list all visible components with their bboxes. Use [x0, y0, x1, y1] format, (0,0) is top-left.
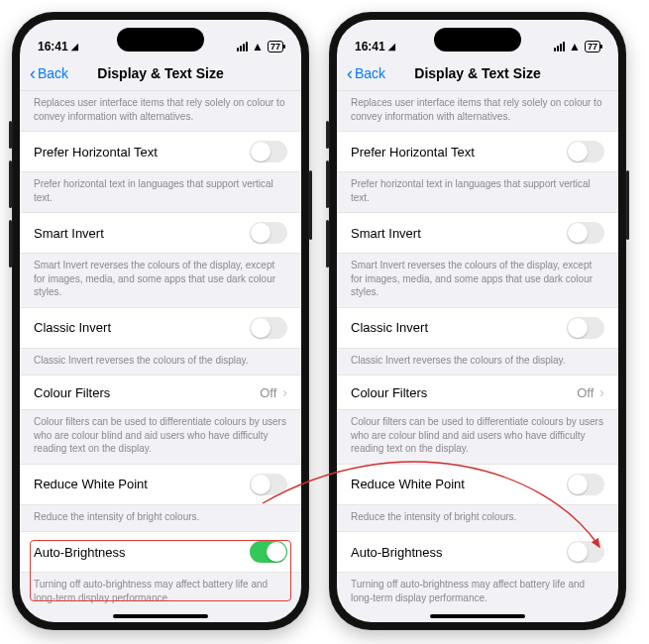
- row-label: Prefer Horizontal Text: [351, 145, 475, 160]
- row-classic-invert[interactable]: Classic Invert: [337, 307, 618, 349]
- page-title: Display & Text Size: [337, 65, 618, 81]
- row-colour-filters[interactable]: Colour Filters Off›: [20, 375, 301, 410]
- smart-desc: Smart Invert reverses the colours of the…: [20, 254, 301, 307]
- row-label: Auto-Brightness: [351, 545, 443, 560]
- settings-list[interactable]: Replaces user interface items that rely …: [20, 91, 301, 622]
- toggle-classic-invert[interactable]: [567, 317, 604, 339]
- toggle-smart-invert[interactable]: [567, 222, 604, 244]
- row-label: Colour Filters: [351, 385, 427, 400]
- row-prefer-horizontal[interactable]: Prefer Horizontal Text: [337, 131, 618, 172]
- wifi-icon: ▲: [252, 40, 264, 54]
- nav-bar: ‹Back Display & Text Size: [337, 55, 618, 91]
- filters-value: Off: [577, 385, 594, 400]
- classic-desc: Classic Invert reverses the colours of t…: [20, 349, 301, 376]
- filters-value: Off: [260, 385, 276, 400]
- toggle-auto-brightness[interactable]: [250, 541, 287, 563]
- toggle-prefer-horizontal[interactable]: [567, 141, 604, 162]
- toggle-smart-invert[interactable]: [250, 222, 287, 244]
- row-label: Smart Invert: [351, 226, 421, 241]
- vol-up: [9, 161, 12, 208]
- status-time: 16:41◢: [355, 40, 395, 54]
- classic-desc: Classic Invert reverses the colours of t…: [337, 349, 618, 376]
- row-smart-invert[interactable]: Smart Invert: [20, 212, 301, 254]
- diff-desc: Replaces user interface items that rely …: [337, 91, 618, 131]
- page-title: Display & Text Size: [20, 65, 301, 81]
- chevron-right-icon: ›: [599, 384, 604, 400]
- toggle-reduce-white-point[interactable]: [250, 474, 287, 495]
- row-smart-invert[interactable]: Smart Invert: [337, 212, 618, 254]
- home-indicator[interactable]: [430, 614, 525, 618]
- toggle-prefer-horizontal[interactable]: [250, 141, 287, 162]
- row-label: Colour Filters: [34, 385, 110, 400]
- vol-switch: [9, 121, 12, 149]
- row-reduce-white-point[interactable]: Reduce White Point: [337, 464, 618, 505]
- vol-down: [326, 220, 329, 268]
- row-auto-brightness[interactable]: Auto-Brightness: [337, 531, 618, 573]
- location-icon: ◢: [388, 42, 395, 52]
- power-btn: [626, 170, 629, 240]
- row-classic-invert[interactable]: Classic Invert: [20, 307, 301, 349]
- row-reduce-white-point[interactable]: Reduce White Point: [20, 464, 301, 505]
- vol-switch: [326, 121, 329, 149]
- dynamic-island: [117, 28, 204, 52]
- row-label: Prefer Horizontal Text: [34, 145, 158, 160]
- row-label: Reduce White Point: [34, 477, 148, 491]
- dynamic-island: [434, 28, 521, 52]
- reduce-desc: Reduce the intensity of bright colours.: [337, 505, 618, 532]
- smart-desc: Smart Invert reverses the colours of the…: [337, 254, 618, 307]
- row-auto-brightness[interactable]: Auto-Brightness: [20, 531, 301, 573]
- row-label: Classic Invert: [34, 320, 111, 335]
- toggle-classic-invert[interactable]: [250, 317, 287, 339]
- battery-icon: 77: [268, 41, 283, 53]
- auto-desc: Turning off auto-brightness may affect b…: [20, 573, 301, 612]
- row-label: Auto-Brightness: [34, 545, 126, 560]
- phone-right: 16:41◢ ▲ 77 ‹Back Display & Text Size Re…: [329, 12, 626, 630]
- vol-up: [326, 161, 329, 208]
- auto-desc: Turning off auto-brightness may affect b…: [337, 573, 618, 612]
- row-label: Smart Invert: [34, 226, 104, 241]
- vol-down: [9, 220, 12, 268]
- power-btn: [309, 170, 312, 240]
- horiz-desc: Prefer horizontal text in languages that…: [337, 172, 618, 212]
- reduce-desc: Reduce the intensity of bright colours.: [20, 505, 301, 532]
- phone-left: 16:41◢ ▲ 77 ‹Back Display & Text Size Re…: [12, 12, 309, 630]
- location-icon: ◢: [71, 42, 78, 52]
- horiz-desc: Prefer horizontal text in languages that…: [20, 172, 301, 212]
- cell-signal-icon: [237, 42, 248, 52]
- battery-icon: 77: [585, 41, 600, 53]
- toggle-reduce-white-point[interactable]: [567, 474, 604, 495]
- wifi-icon: ▲: [569, 40, 581, 54]
- home-indicator[interactable]: [113, 614, 208, 618]
- row-prefer-horizontal[interactable]: Prefer Horizontal Text: [20, 131, 301, 172]
- status-time: 16:41◢: [38, 40, 78, 54]
- diff-desc: Replaces user interface items that rely …: [20, 91, 301, 131]
- row-label: Classic Invert: [351, 320, 428, 335]
- row-colour-filters[interactable]: Colour Filters Off›: [337, 375, 618, 410]
- settings-list[interactable]: Replaces user interface items that rely …: [337, 91, 618, 622]
- row-label: Reduce White Point: [351, 477, 465, 491]
- nav-bar: ‹Back Display & Text Size: [20, 55, 301, 91]
- screen: 16:41◢ ▲ 77 ‹Back Display & Text Size Re…: [337, 20, 618, 622]
- filters-desc: Colour filters can be used to differenti…: [20, 410, 301, 464]
- screen: 16:41◢ ▲ 77 ‹Back Display & Text Size Re…: [20, 20, 301, 622]
- filters-desc: Colour filters can be used to differenti…: [337, 410, 618, 464]
- cell-signal-icon: [554, 42, 565, 52]
- toggle-auto-brightness[interactable]: [567, 541, 604, 563]
- chevron-right-icon: ›: [282, 384, 287, 400]
